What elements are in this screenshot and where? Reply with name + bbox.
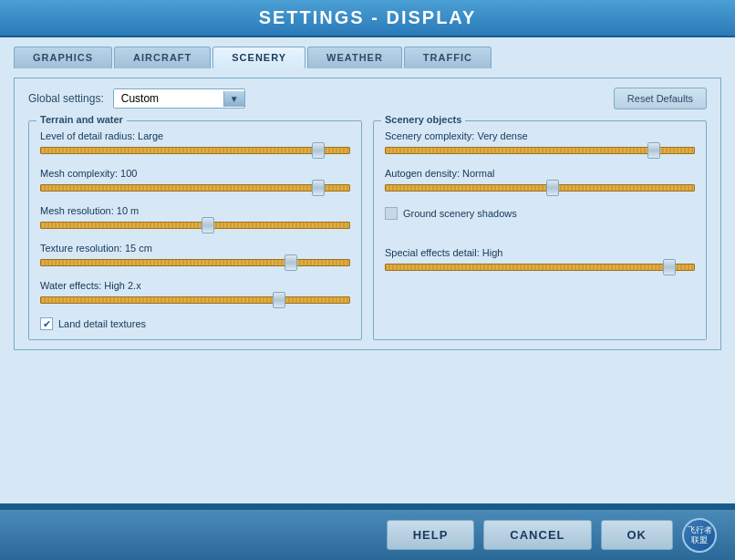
ground-shadows-checkbox[interactable] (385, 207, 398, 220)
texture-resolution-slider-row: Texture resolution: 15 cm (40, 243, 350, 269)
water-effects-slider-thumb[interactable] (273, 292, 285, 308)
lod-slider-bg (40, 147, 350, 154)
main-container: GRAPHICS AIRCRAFT SCENERY WEATHER TRAFFI… (0, 37, 735, 503)
terrain-panel-legend: Terrain and water (36, 114, 127, 125)
logo-circle: 飞行者联盟 (682, 518, 717, 553)
mesh-complexity-slider-thumb[interactable] (312, 180, 325, 196)
tab-graphics[interactable]: GRAPHICS (14, 47, 112, 68)
mesh-resolution-slider-thumb[interactable] (202, 217, 214, 233)
scenery-panel: Scenery objects Scenery complexity: Very… (373, 120, 707, 340)
special-effects-slider-row: Special effects detail: High (385, 247, 695, 274)
water-effects-slider-bg (40, 296, 350, 304)
special-effects-slider[interactable] (385, 261, 695, 274)
tab-weather[interactable]: WEATHER (307, 47, 402, 68)
autogen-density-slider-row: Autogen density: Normal (385, 168, 695, 194)
tab-aircraft[interactable]: AIRCRAFT (114, 47, 211, 68)
title-bar: SETTINGS - DISPLAY (0, 0, 735, 37)
scenery-complexity-slider-bg (385, 147, 695, 154)
dropdown-value: Custom (114, 89, 223, 108)
special-effects-label: Special effects detail: High (385, 247, 695, 258)
content-area: Global settings: Custom ▼ Reset Defaults… (14, 78, 721, 350)
mesh-complexity-label: Mesh complexity: 100 (40, 168, 350, 179)
panels-row: Terrain and water Level of detail radius… (28, 120, 707, 340)
mesh-resolution-slider-bg (40, 222, 350, 229)
mesh-resolution-slider[interactable] (40, 219, 350, 232)
global-settings-row: Global settings: Custom ▼ Reset Defaults (28, 88, 707, 109)
scenery-complexity-slider-thumb[interactable] (647, 142, 660, 159)
logo-text: 飞行者联盟 (684, 525, 715, 545)
tab-traffic[interactable]: TRAFFIC (404, 47, 492, 68)
global-settings-label: Global settings: (28, 92, 104, 105)
lod-slider-row: Level of detail radius: Large (40, 130, 350, 157)
texture-resolution-slider-thumb[interactable] (285, 254, 297, 271)
scenery-panel-legend: Scenery objects (381, 114, 465, 125)
land-detail-textures-label: Land detail textures (58, 318, 146, 329)
help-button[interactable]: HELP (387, 520, 475, 550)
water-effects-slider-row: Water effects: High 2.x (40, 280, 350, 306)
ground-shadows-label: Ground scenery shadows (403, 208, 517, 219)
bottom-bar: HELP CANCEL OK 飞行者联盟 (0, 510, 735, 560)
scenery-complexity-slider-row: Scenery complexity: Very dense (385, 130, 695, 157)
tabs-container: GRAPHICS AIRCRAFT SCENERY WEATHER TRAFFI… (14, 47, 721, 68)
global-settings-dropdown[interactable]: Custom ▼ (113, 88, 245, 109)
scenery-complexity-slider[interactable] (385, 144, 695, 157)
land-detail-textures-checkbox[interactable]: ✔ (40, 317, 53, 330)
special-effects-slider-bg (385, 264, 695, 271)
scenery-complexity-label: Scenery complexity: Very dense (385, 130, 695, 141)
autogen-density-slider[interactable] (385, 181, 695, 194)
lod-slider-thumb[interactable] (312, 142, 325, 159)
mesh-resolution-slider-row: Mesh resolution: 10 m (40, 205, 350, 232)
texture-resolution-label: Texture resolution: 15 cm (40, 243, 350, 254)
autogen-density-slider-bg (385, 184, 695, 192)
reset-defaults-button[interactable]: Reset Defaults (614, 88, 707, 109)
texture-resolution-slider[interactable] (40, 256, 350, 269)
autogen-density-slider-thumb[interactable] (546, 180, 559, 196)
special-effects-slider-thumb[interactable] (663, 259, 676, 275)
mesh-complexity-slider[interactable] (40, 181, 350, 194)
autogen-density-label: Autogen density: Normal (385, 168, 695, 179)
mesh-complexity-slider-bg (40, 184, 350, 192)
texture-resolution-slider-bg (40, 259, 350, 266)
mesh-resolution-label: Mesh resolution: 10 m (40, 205, 350, 216)
ok-button[interactable]: OK (601, 520, 674, 550)
title-text: SETTINGS - DISPLAY (259, 7, 477, 27)
water-effects-slider[interactable] (40, 294, 350, 306)
lod-label: Level of detail radius: Large (40, 130, 350, 141)
lod-slider[interactable] (40, 144, 350, 157)
dropdown-arrow[interactable]: ▼ (223, 91, 244, 107)
water-effects-label: Water effects: High 2.x (40, 280, 350, 291)
land-detail-textures-row[interactable]: ✔ Land detail textures (40, 317, 350, 330)
ground-shadows-row[interactable]: Ground scenery shadows (385, 207, 695, 220)
mesh-complexity-slider-row: Mesh complexity: 100 (40, 168, 350, 194)
terrain-panel: Terrain and water Level of detail radius… (28, 120, 362, 340)
tab-scenery[interactable]: SCENERY (212, 47, 305, 68)
cancel-button[interactable]: CANCEL (483, 520, 591, 550)
